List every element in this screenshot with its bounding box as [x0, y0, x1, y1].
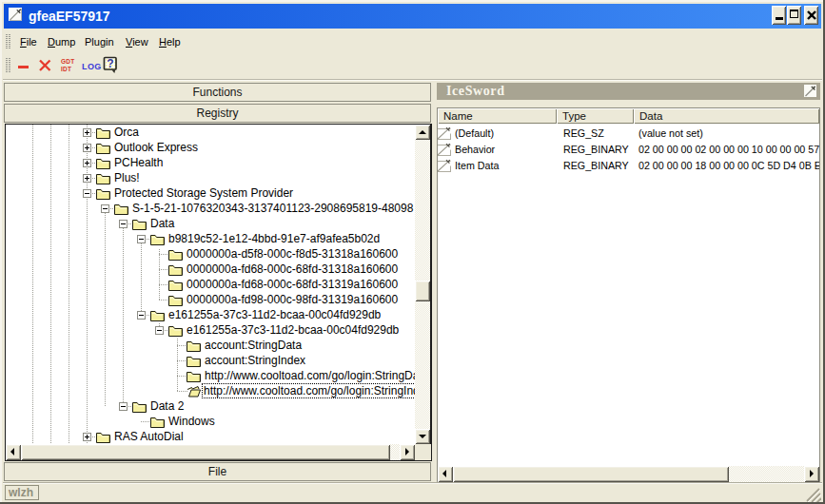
svg-text:?: ?	[107, 57, 113, 70]
